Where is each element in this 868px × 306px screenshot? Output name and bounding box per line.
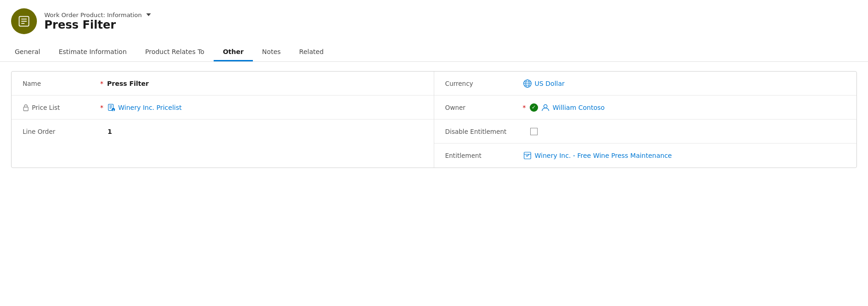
required-star-price-list: *	[100, 104, 103, 111]
label-text-line-order: Line Order	[23, 128, 55, 135]
field-label-disable-entitlement: Disable Entitlement	[445, 128, 519, 135]
field-value-owner[interactable]: William Contoso	[530, 103, 846, 112]
tab-estimate-information[interactable]: Estimate Information	[49, 43, 136, 61]
field-row-currency: Currency US Dollar	[434, 72, 857, 96]
header-text-block: Work Order Product: Information Press Fi…	[44, 12, 151, 31]
field-row-price-list: Price List * $ Winery Inc. Pricelist	[12, 96, 434, 120]
label-text-currency: Currency	[445, 80, 473, 87]
form-right-col: Currency US Dollar	[434, 72, 857, 168]
field-value-price-list[interactable]: $ Winery Inc. Pricelist	[107, 103, 423, 112]
form-card: Name * Press Filter Price Li	[11, 71, 857, 168]
svg-rect-4	[24, 107, 28, 111]
user-icon	[541, 103, 550, 112]
label-text-price-list: Price List	[32, 104, 60, 111]
field-row-entitlement: Entitlement Winery Inc. - Free Wine Pres…	[434, 144, 857, 168]
tab-other[interactable]: Other	[214, 43, 253, 61]
field-label-name: Name	[23, 80, 96, 87]
pricelist-icon: $	[107, 103, 115, 112]
field-value-name: Press Filter	[107, 80, 423, 87]
page-title: Press Filter	[44, 18, 151, 31]
lock-icon	[23, 104, 29, 111]
content-area: Name * Press Filter Price Li	[0, 62, 868, 177]
field-value-disable-entitlement	[530, 127, 846, 135]
field-row-owner: Owner * William Contoso	[434, 96, 857, 120]
chevron-down-icon[interactable]	[146, 13, 151, 16]
price-list-value-text: Winery Inc. Pricelist	[118, 104, 182, 111]
currency-icon	[523, 79, 532, 88]
field-row-disable-entitlement: Disable Entitlement	[434, 120, 857, 144]
tab-product-relates-to[interactable]: Product Relates To	[136, 43, 214, 61]
label-text-name: Name	[23, 80, 41, 87]
header-subtitle[interactable]: Work Order Product: Information	[44, 12, 151, 18]
page-header: Work Order Product: Information Press Fi…	[0, 0, 868, 40]
field-label-line-order: Line Order	[23, 128, 96, 135]
form-grid: Name * Press Filter Price Li	[12, 72, 856, 168]
tab-general[interactable]: General	[11, 43, 49, 61]
status-active-icon	[530, 103, 538, 112]
currency-value-text: US Dollar	[535, 80, 565, 87]
entity-icon	[11, 8, 37, 34]
field-value-line-order: 1	[108, 128, 423, 135]
label-text-disable-entitlement: Disable Entitlement	[445, 128, 507, 135]
field-label-owner: Owner	[445, 104, 519, 111]
subtitle-text: Work Order Product: Information	[44, 12, 142, 18]
field-value-entitlement[interactable]: Winery Inc. - Free Wine Press Maintenanc…	[523, 151, 846, 160]
entitlement-icon	[523, 151, 532, 160]
field-row-name: Name * Press Filter	[12, 72, 434, 96]
label-text-owner: Owner	[445, 104, 466, 111]
required-star-name: *	[100, 80, 103, 87]
required-star-owner: *	[523, 104, 526, 111]
work-order-product-icon	[18, 15, 30, 28]
field-value-currency[interactable]: US Dollar	[523, 79, 846, 88]
svg-point-16	[544, 104, 547, 108]
field-label-price-list: Price List	[23, 104, 96, 111]
field-label-entitlement: Entitlement	[445, 152, 519, 159]
tab-notes[interactable]: Notes	[253, 43, 290, 61]
svg-text:$: $	[113, 108, 114, 111]
tabs-bar: GeneralEstimate InformationProduct Relat…	[0, 43, 868, 62]
field-label-currency: Currency	[445, 80, 519, 87]
form-left-col: Name * Press Filter Price Li	[12, 72, 434, 168]
entitlement-value-text: Winery Inc. - Free Wine Press Maintenanc…	[535, 152, 672, 159]
field-row-line-order: Line Order 1	[12, 120, 434, 144]
owner-value-text: William Contoso	[553, 104, 605, 111]
label-text-entitlement: Entitlement	[445, 152, 482, 159]
disable-entitlement-checkbox[interactable]	[530, 128, 538, 135]
tab-related[interactable]: Related	[290, 43, 333, 61]
